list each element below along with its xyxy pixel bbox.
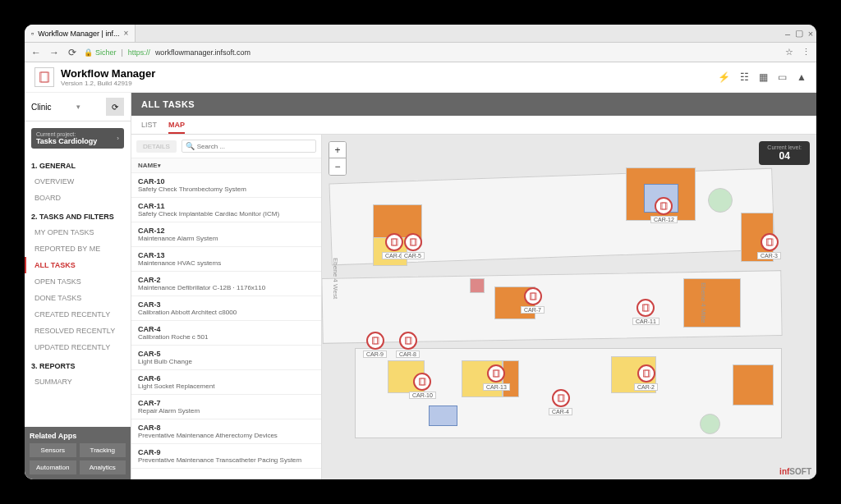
clinic-label[interactable]: Clinic — [31, 103, 51, 112]
task-car-10[interactable]: CAR-10Safety Check Thrombectomy System — [131, 173, 321, 198]
project-badge[interactable]: Current project: Tasks Cardiology › — [31, 128, 124, 149]
svg-rect-8 — [766, 239, 771, 245]
tab-list[interactable]: LIST — [141, 121, 157, 134]
name-column-header[interactable]: NAME — [138, 162, 158, 169]
nav-open-tasks[interactable]: OPEN TASKS — [25, 273, 131, 290]
url-text[interactable]: workflowmanager.infsoft.com — [155, 48, 250, 57]
marker-pin-icon — [636, 299, 655, 317]
menu-icon[interactable]: ⋮ — [800, 47, 811, 58]
svg-rect-20 — [494, 370, 499, 377]
svg-rect-7 — [662, 203, 667, 209]
tab-close-icon[interactable]: × — [123, 29, 128, 38]
nav-created-recently[interactable]: CREATED RECENTLY — [25, 306, 131, 323]
window-restore-icon[interactable]: ▢ — [793, 28, 805, 39]
window-close-icon[interactable]: × — [805, 28, 816, 39]
section-tasks: 2. TASKS AND FILTERS — [25, 206, 131, 224]
marker-car-8[interactable]: CAR-8 — [396, 332, 420, 358]
nav-overview[interactable]: OVERVIEW — [25, 173, 131, 190]
svg-rect-5 — [411, 239, 416, 245]
marker-pin-icon — [366, 332, 384, 350]
tab-map[interactable]: MAP — [168, 121, 185, 134]
nav-all-tasks[interactable]: ALL TASKS — [25, 257, 131, 273]
marker-pin-icon — [637, 364, 655, 383]
task-car-9[interactable]: CAR-9Preventative Maintenance Transcathe… — [131, 444, 321, 469]
back-icon[interactable]: ← — [30, 46, 43, 59]
related-analytics[interactable]: Analytics — [80, 460, 126, 474]
brand-logo: infSOFT — [779, 467, 811, 476]
svg-rect-16 — [405, 337, 410, 344]
svg-rect-12 — [643, 305, 648, 311]
bolt-icon[interactable]: ⚡ — [718, 71, 730, 83]
street-mitte: Ebene 4 Mitte — [700, 282, 707, 323]
svg-rect-2 — [391, 239, 396, 245]
settings-icon[interactable]: ☷ — [740, 71, 749, 83]
nav-summary[interactable]: SUMMARY — [25, 373, 131, 390]
related-automation[interactable]: Automation — [30, 460, 76, 474]
sort-icon[interactable]: ▾ — [158, 163, 161, 168]
map-canvas[interactable]: + − Current level: 04 — [322, 135, 816, 479]
nav-reported-by-me[interactable]: REPORTED BY ME — [25, 241, 131, 257]
related-sensors[interactable]: Sensors — [30, 443, 76, 457]
marker-car-12[interactable]: CAR-12 — [650, 197, 678, 223]
task-car-7[interactable]: CAR-7Repair Alarm System — [131, 395, 321, 419]
marker-car-7[interactable]: CAR-7 — [521, 287, 545, 314]
marker-car-5[interactable]: CAR-5 — [401, 233, 425, 259]
task-car-4[interactable]: CAR-4Calibration Roche c 501 — [131, 321, 321, 346]
street-west: Ebene 4 West — [332, 258, 339, 299]
marker-pin-icon — [761, 233, 779, 251]
nav-resolved-recently[interactable]: RESOLVED RECENTLY — [25, 323, 131, 339]
marker-pin-icon — [399, 332, 417, 350]
svg-rect-25 — [645, 370, 650, 377]
details-button[interactable]: DETAILS — [136, 140, 177, 153]
marker-car-2[interactable]: CAR-2 — [634, 364, 658, 391]
search-input[interactable] — [197, 143, 312, 150]
nav-updated-recently[interactable]: UPDATED RECENTLY — [25, 339, 131, 355]
app-title: Workflow Manager — [61, 67, 155, 80]
task-car-2[interactable]: CAR-2Maintenance Defibrillator C-12B · 1… — [131, 272, 321, 296]
marker-car-13[interactable]: CAR-13 — [483, 364, 510, 391]
marker-pin-icon — [413, 373, 431, 391]
task-car-11[interactable]: CAR-11Safety Check Implantable Cardiac M… — [131, 198, 321, 222]
browser-tab[interactable]: ▫ Workflow Manager | inf... × — [25, 25, 136, 42]
search-icon: 🔍 — [186, 142, 195, 150]
refresh-icon[interactable]: ⟳ — [106, 98, 124, 116]
svg-rect-10 — [530, 293, 535, 300]
marker-car-3[interactable]: CAR-3 — [757, 233, 781, 259]
search-input-wrapper[interactable]: 🔍 — [182, 140, 316, 153]
related-heading: Related Apps — [30, 432, 126, 440]
svg-rect-21 — [494, 370, 499, 377]
tab-title: Workflow Manager | inf... — [38, 30, 119, 38]
reload-icon[interactable]: ⟳ — [66, 46, 79, 59]
zoom-out-button[interactable]: − — [329, 158, 346, 175]
level-badge[interactable]: Current level: 04 — [759, 141, 810, 165]
project-label: Current project: — [36, 131, 97, 137]
window-minimize-icon[interactable]: – — [782, 28, 793, 39]
chevron-down-icon[interactable]: ▾ — [76, 103, 80, 111]
task-car-12[interactable]: CAR-12Maintenance Alarm System — [131, 222, 321, 247]
related-tracking[interactable]: Tracking — [80, 443, 126, 457]
section-general: 1. GENERAL — [25, 155, 131, 173]
marker-car-10[interactable]: CAR-10 — [409, 373, 436, 399]
zoom-in-button[interactable]: + — [329, 142, 346, 158]
task-car-5[interactable]: CAR-5Light Bulb Change — [131, 346, 321, 370]
card-icon[interactable]: ▭ — [778, 71, 787, 83]
task-car-3[interactable]: CAR-3Calibration Abbott Architect c8000 — [131, 296, 321, 321]
app-logo — [34, 67, 54, 87]
task-car-6[interactable]: CAR-6Light Socket Replacement — [131, 370, 321, 395]
star-icon[interactable]: ☆ — [784, 47, 795, 58]
svg-rect-4 — [410, 239, 415, 245]
marker-car-9[interactable]: CAR-9 — [363, 332, 387, 358]
forward-icon[interactable]: → — [48, 46, 61, 59]
marker-car-11[interactable]: CAR-11 — [632, 299, 659, 325]
svg-rect-9 — [768, 239, 773, 245]
marker-car-4[interactable]: CAR-4 — [549, 389, 572, 415]
grid-icon[interactable]: ▦ — [759, 71, 768, 83]
tab-favicon: ▫ — [31, 30, 34, 38]
nav-board[interactable]: BOARD — [25, 190, 131, 206]
nav-my-open-tasks[interactable]: MY OPEN TASKS — [25, 224, 131, 241]
task-car-13[interactable]: CAR-13Maintenance HVAC systems — [131, 247, 321, 272]
task-car-8[interactable]: CAR-8Preventative Maintenance Atherectom… — [131, 419, 321, 444]
nav-done-tasks[interactable]: DONE TASKS — [25, 290, 131, 306]
notify-icon[interactable]: ▲ — [797, 71, 807, 83]
svg-rect-6 — [661, 203, 666, 209]
